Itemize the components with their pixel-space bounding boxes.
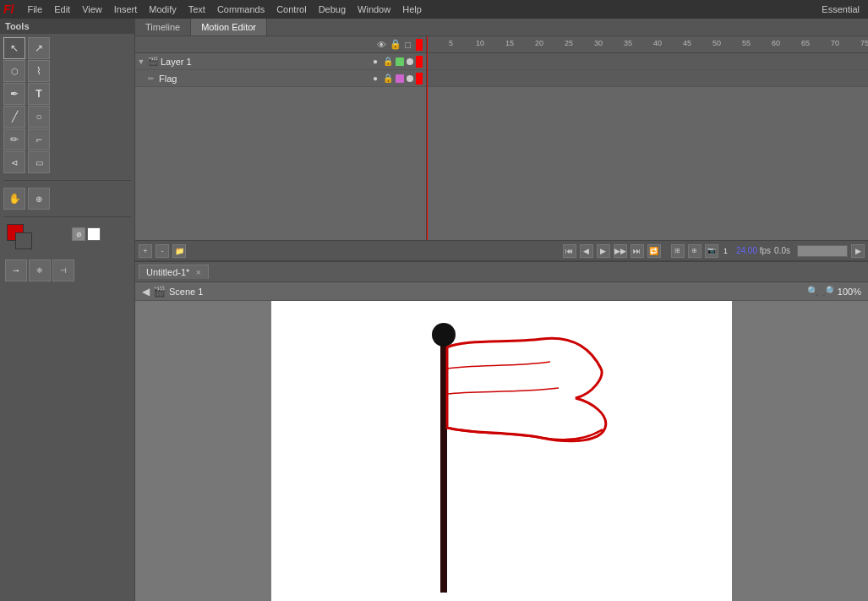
zoom-controls: 🔍 🔎 100% bbox=[807, 286, 861, 297]
menu-view[interactable]: View bbox=[77, 3, 107, 16]
delete-layer-button[interactable]: - bbox=[156, 244, 169, 258]
go-start-button[interactable]: ⏮ bbox=[563, 244, 576, 258]
select-tool[interactable]: ↖ bbox=[3, 37, 25, 59]
step-back-button[interactable]: ◀ bbox=[580, 244, 593, 258]
step-forward-button[interactable]: ▶▶ bbox=[614, 244, 627, 258]
stage-tab-untitled[interactable]: Untitled-1* × bbox=[139, 265, 209, 279]
lock-icon[interactable]: 🔒 bbox=[390, 39, 401, 50]
paint-bucket[interactable]: ⊣ bbox=[52, 260, 74, 281]
menu-help[interactable]: Help bbox=[397, 3, 427, 16]
app-logo: Fl bbox=[3, 3, 14, 16]
time-display: 0.0s bbox=[774, 246, 790, 255]
zoom-tool[interactable]: ⊕ bbox=[28, 188, 50, 210]
camera-button[interactable]: 📷 bbox=[705, 244, 718, 258]
track-row-1 bbox=[427, 53, 868, 70]
visibility-ctrl-flag[interactable]: ● bbox=[370, 74, 380, 84]
lasso-tool[interactable]: ⌇ bbox=[28, 60, 50, 82]
menu-modify[interactable]: Modify bbox=[144, 3, 181, 16]
main-layout: Tools ↖ ↗ ⬡ ⌇ ✒ T ╱ ○ ✏ ⌐ ⊲ ▭ ✋ ⊕ ⊘ bbox=[0, 19, 868, 601]
loop-button[interactable]: 🔁 bbox=[647, 244, 661, 258]
fill-color-swatch[interactable] bbox=[15, 232, 32, 249]
timeline-bottom: + - 📁 ⏮ ◀ ▶ ▶▶ ⏭ 🔁 ⊞ ⊕ 📷 1 24 bbox=[135, 240, 868, 260]
tab-motion-editor[interactable]: Motion Editor bbox=[191, 19, 267, 36]
fps-display: 24.00 fps bbox=[736, 246, 771, 255]
menu-window[interactable]: Window bbox=[352, 3, 396, 16]
menu-insert[interactable]: Insert bbox=[109, 3, 143, 16]
menu-control[interactable]: Control bbox=[271, 3, 311, 16]
lock-ctrl-flag[interactable]: 🔒 bbox=[383, 74, 393, 84]
layer-color-dot-1 bbox=[396, 57, 404, 66]
menu-edit[interactable]: Edit bbox=[49, 3, 75, 16]
zoom-icon-1: 🔍 bbox=[807, 286, 819, 297]
layer-controls-flag: ● 🔒 bbox=[370, 73, 426, 85]
ink-tool[interactable]: ⊲ bbox=[3, 151, 25, 173]
fps-value: 24.00 bbox=[736, 246, 757, 255]
back-icon[interactable]: ◀ bbox=[142, 286, 150, 298]
transform-tool[interactable]: ⬡ bbox=[3, 60, 25, 82]
timeline-tabs: Timeline Motion Editor bbox=[135, 19, 868, 36]
bone-tool[interactable]: ⊸ bbox=[5, 260, 27, 281]
keyframe-dot-1 bbox=[407, 58, 413, 65]
sync-button[interactable]: ⊕ bbox=[688, 244, 701, 258]
layer-row-flag[interactable]: ✏ Flag ● 🔒 bbox=[135, 70, 426, 87]
menu-debug[interactable]: Debug bbox=[314, 3, 351, 16]
layer-row-1[interactable]: ▼ 🎬 Layer 1 ● 🔒 bbox=[135, 53, 426, 70]
hand-tool[interactable]: ✋ bbox=[3, 188, 25, 210]
pencil-tool[interactable]: ✏ bbox=[3, 128, 25, 150]
line-tool[interactable]: ╱ bbox=[3, 106, 25, 128]
add-folder-button[interactable]: 📁 bbox=[172, 244, 186, 258]
eraser-tool[interactable]: ▭ bbox=[28, 151, 50, 173]
frame-end-flag bbox=[416, 73, 423, 85]
frame-end-1 bbox=[416, 56, 423, 68]
timeline-area: Timeline Motion Editor 👁 🔒 □ ▼ bbox=[135, 19, 868, 262]
layer-name-1: Layer 1 bbox=[159, 57, 370, 67]
tools-divider-2 bbox=[3, 216, 131, 217]
tools-grid-2: ✋ ⊕ bbox=[0, 184, 134, 213]
no-color-option[interactable]: ⊘ bbox=[72, 227, 85, 241]
extra-tools: ⊸ ❈ ⊣ bbox=[0, 258, 134, 283]
go-end-button[interactable]: ⏭ bbox=[631, 244, 644, 258]
tools-panel: Tools ↖ ↗ ⬡ ⌇ ✒ T ╱ ○ ✏ ⌐ ⊲ ▭ ✋ ⊕ ⊘ bbox=[0, 19, 135, 601]
tab-timeline[interactable]: Timeline bbox=[135, 19, 191, 36]
swap-colors-option[interactable] bbox=[87, 227, 101, 241]
play-button[interactable]: ▶ bbox=[597, 244, 610, 258]
oval-tool[interactable]: ○ bbox=[28, 106, 50, 128]
layer-panel: 👁 🔒 □ ▼ 🎬 Layer 1 ● 🔒 bbox=[135, 36, 427, 240]
layer-color-dot-flag bbox=[396, 74, 404, 83]
visibility-ctrl[interactable]: ● bbox=[370, 57, 380, 67]
stage-tab-close[interactable]: × bbox=[195, 267, 200, 277]
pen-tool[interactable]: ✒ bbox=[3, 83, 25, 105]
eye-icon[interactable]: 👁 bbox=[377, 40, 386, 50]
scroll-right[interactable]: ▶ bbox=[851, 244, 865, 258]
stage-area: Untitled-1* × ◀ 🎬 Scene 1 🔍 🔎 100% bbox=[135, 262, 868, 601]
playback-info: ⊞ ⊕ 📷 1 24.00 fps 0.0s bbox=[671, 244, 790, 258]
lock-ctrl[interactable]: 🔒 bbox=[383, 57, 393, 67]
tools-header: Tools bbox=[0, 19, 134, 34]
add-layer-button[interactable]: + bbox=[139, 244, 152, 258]
subselect-tool[interactable]: ↗ bbox=[28, 37, 50, 59]
fps-label: fps bbox=[760, 246, 771, 255]
timeline-track-area: 5 10 15 20 25 30 35 40 45 50 55 bbox=[427, 36, 868, 240]
deco-tool[interactable]: ❈ bbox=[29, 260, 51, 281]
tools-grid: ↖ ↗ ⬡ ⌇ ✒ T ╱ ○ ✏ ⌐ ⊲ ▭ bbox=[0, 34, 134, 177]
menu-text[interactable]: Text bbox=[183, 3, 210, 16]
menubar: Fl File Edit View Insert Modify Text Com… bbox=[0, 0, 868, 19]
scene-icon: 🎬 bbox=[153, 286, 166, 298]
text-tool[interactable]: T bbox=[28, 83, 50, 105]
playhead-line bbox=[427, 53, 428, 240]
layer-expand-icon-flag: ✏ bbox=[145, 74, 157, 83]
layer-expand-icon: ▼ bbox=[135, 57, 147, 66]
menu-file[interactable]: File bbox=[22, 3, 47, 16]
scene-label[interactable]: Scene 1 bbox=[169, 287, 203, 297]
color-options: ⊘ bbox=[72, 227, 101, 241]
keyframe-dot-flag bbox=[407, 75, 413, 82]
outline-icon[interactable]: □ bbox=[405, 40, 411, 50]
frame-type-button[interactable]: ⊞ bbox=[671, 244, 685, 258]
brush-tool[interactable]: ⌐ bbox=[28, 128, 50, 150]
layer-header: 👁 🔒 □ bbox=[135, 36, 426, 53]
workspace-label[interactable]: Essential bbox=[816, 3, 865, 16]
menu-commands[interactable]: Commands bbox=[212, 3, 270, 16]
timeline-scroll[interactable] bbox=[797, 245, 848, 257]
zoom-level[interactable]: 100% bbox=[838, 287, 861, 297]
timeline-tracks bbox=[427, 53, 868, 240]
